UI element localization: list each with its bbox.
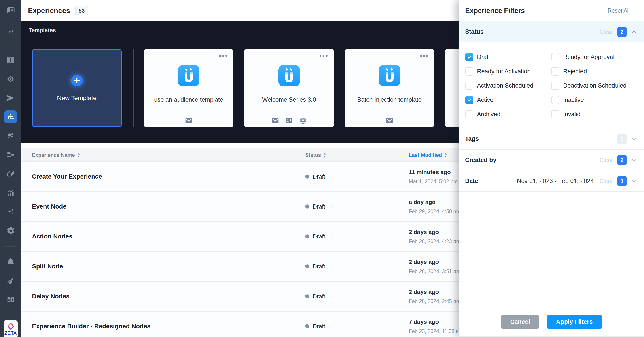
analytics-chart-icon[interactable] bbox=[6, 188, 15, 197]
template-card-title: Batch Injection template bbox=[357, 96, 422, 103]
email-icon bbox=[185, 117, 192, 124]
checkbox-checked-icon[interactable] bbox=[465, 96, 474, 104]
tags-section-header[interactable]: Tags 0 bbox=[459, 128, 644, 149]
target-icon[interactable] bbox=[6, 74, 15, 83]
chevron-up-icon[interactable] bbox=[631, 29, 637, 35]
experience-filters-panel: Experience Filters Reset All Status Clea… bbox=[459, 0, 644, 337]
status-section-header[interactable]: Status Clear 2 bbox=[459, 21, 644, 42]
filter-option-inactive[interactable]: Inactive bbox=[551, 96, 640, 104]
status-clear-button[interactable]: Clear bbox=[600, 29, 613, 35]
filter-option-label: Deactivation Scheduled bbox=[563, 82, 626, 89]
stacked-layers-icon[interactable] bbox=[6, 169, 15, 178]
template-card[interactable]: use an audience template bbox=[144, 49, 234, 127]
card-channels bbox=[144, 114, 234, 127]
filter-option-active[interactable]: Active bbox=[465, 96, 551, 104]
panel-actions: Cancel Apply Filters bbox=[459, 315, 644, 336]
template-card[interactable]: Batch Injection template bbox=[344, 49, 434, 127]
date-count-badge: 1 bbox=[618, 176, 626, 186]
date-section-label: Date bbox=[465, 178, 478, 185]
filter-option-activation-scheduled[interactable]: Activation Scheduled bbox=[465, 82, 551, 90]
status-label: Draft bbox=[312, 233, 325, 240]
status-label: Draft bbox=[312, 203, 325, 210]
filter-option-rejected[interactable]: Rejected bbox=[551, 67, 640, 75]
experience-name: Event Node bbox=[32, 192, 66, 221]
filter-option-label: Active bbox=[477, 96, 494, 103]
checkbox-unchecked-icon[interactable] bbox=[551, 96, 560, 104]
dashboard-layout-icon[interactable] bbox=[6, 55, 15, 64]
chevron-down-icon[interactable] bbox=[631, 178, 637, 184]
checkbox-unchecked-icon[interactable] bbox=[551, 82, 560, 90]
signals-icon[interactable] bbox=[6, 277, 15, 285]
filter-option-invalid[interactable]: Invalid bbox=[551, 110, 640, 118]
flow-split-icon[interactable] bbox=[6, 150, 15, 159]
filter-option-label: Ready for Activation bbox=[477, 68, 531, 75]
filter-option-label: Draft bbox=[477, 54, 490, 60]
status-dot-icon bbox=[305, 294, 309, 298]
sidebar-item-experiences-active[interactable] bbox=[4, 110, 17, 123]
new-template-card[interactable]: New Template bbox=[32, 49, 122, 127]
checkbox-unchecked-icon[interactable] bbox=[465, 82, 474, 90]
notifications-bell-icon[interactable] bbox=[6, 258, 15, 266]
card-menu-icon[interactable] bbox=[320, 55, 328, 57]
panel-footer-line bbox=[459, 336, 644, 337]
glossary-book-icon[interactable] bbox=[6, 296, 15, 304]
checkbox-unchecked-icon[interactable] bbox=[551, 67, 560, 75]
plus-icon[interactable] bbox=[71, 75, 83, 86]
magnet-icon bbox=[379, 65, 400, 86]
reset-all-button[interactable]: Reset All bbox=[608, 7, 630, 14]
date-range-value: Nov 01, 2023 - Feb 01, 2024 bbox=[517, 178, 594, 185]
column-header-last-modified[interactable]: Last Modified bbox=[409, 148, 448, 162]
send-icon[interactable] bbox=[6, 93, 15, 102]
filter-option-label: Invalid bbox=[563, 111, 580, 118]
filter-option-deactivation-scheduled[interactable]: Deactivation Scheduled bbox=[551, 82, 640, 90]
date-section-header[interactable]: Date Nov 01, 2023 - Feb 01, 2024 Clear 1 bbox=[459, 171, 644, 192]
checkbox-unchecked-icon[interactable] bbox=[551, 110, 560, 118]
created-by-section-header[interactable]: Created by Clear 2 bbox=[459, 149, 644, 171]
template-card[interactable]: Welcome Series 3.0 bbox=[244, 49, 334, 127]
card-menu-icon[interactable] bbox=[219, 55, 227, 57]
sparkles-icon[interactable] bbox=[6, 207, 15, 216]
cancel-button[interactable]: Cancel bbox=[501, 315, 539, 329]
status-dot-icon bbox=[305, 234, 309, 238]
filter-option-label: Rejected bbox=[563, 68, 587, 75]
contact-card-icon bbox=[285, 117, 293, 124]
experience-name: Split Node bbox=[32, 252, 63, 281]
templates-divider bbox=[133, 49, 134, 127]
column-header-status[interactable]: Status bbox=[305, 148, 326, 162]
column-header-experience-name[interactable]: Experience Name bbox=[32, 148, 80, 162]
apply-filters-button[interactable]: Apply Filters bbox=[547, 315, 602, 329]
checkbox-unchecked-icon[interactable] bbox=[465, 67, 474, 75]
filter-option-label: Archived bbox=[477, 111, 500, 118]
sparkles-icon[interactable] bbox=[6, 28, 15, 37]
magnet-icon bbox=[178, 65, 200, 86]
column-label: Status bbox=[305, 152, 321, 158]
zeta-logo[interactable]: ZETA bbox=[4, 320, 18, 337]
filter-option-draft[interactable]: Draft bbox=[465, 53, 551, 61]
status-label: Draft bbox=[312, 263, 325, 270]
checkbox-unchecked-icon[interactable] bbox=[551, 53, 560, 61]
filter-option-ready-for-activation[interactable]: Ready for Activation bbox=[465, 67, 551, 75]
chevron-down-icon[interactable] bbox=[631, 136, 637, 142]
chevron-down-icon[interactable] bbox=[631, 157, 637, 163]
filters-panel-header: Experience Filters Reset All bbox=[459, 0, 644, 21]
checkbox-checked-icon[interactable] bbox=[465, 53, 474, 61]
app-root: ZETA Experiences 53 Templates New Templa… bbox=[0, 0, 644, 337]
created-by-clear-button[interactable]: Clear bbox=[600, 157, 613, 163]
tags-count-badge: 0 bbox=[618, 134, 626, 144]
checkbox-unchecked-icon[interactable] bbox=[465, 110, 474, 118]
page-title: Experiences bbox=[28, 6, 70, 15]
status-label: Draft bbox=[312, 173, 325, 180]
filter-option-archived[interactable]: Archived bbox=[465, 110, 551, 118]
filter-option-ready-for-approval[interactable]: Ready for Approval bbox=[551, 53, 640, 61]
sidebar-collapse-icon[interactable] bbox=[6, 6, 15, 15]
date-clear-button[interactable]: Clear bbox=[600, 178, 613, 184]
sort-icon bbox=[77, 153, 80, 157]
status-dot-icon bbox=[305, 205, 309, 209]
sidebar: ZETA bbox=[0, 0, 21, 337]
card-menu-icon[interactable] bbox=[420, 55, 428, 57]
status-label: Draft bbox=[312, 323, 325, 330]
audience-bubbles-icon[interactable] bbox=[6, 131, 15, 140]
filters-title: Experience Filters bbox=[465, 7, 525, 15]
settings-gear-icon[interactable] bbox=[6, 226, 15, 235]
experience-name: Delay Nodes bbox=[32, 282, 70, 311]
